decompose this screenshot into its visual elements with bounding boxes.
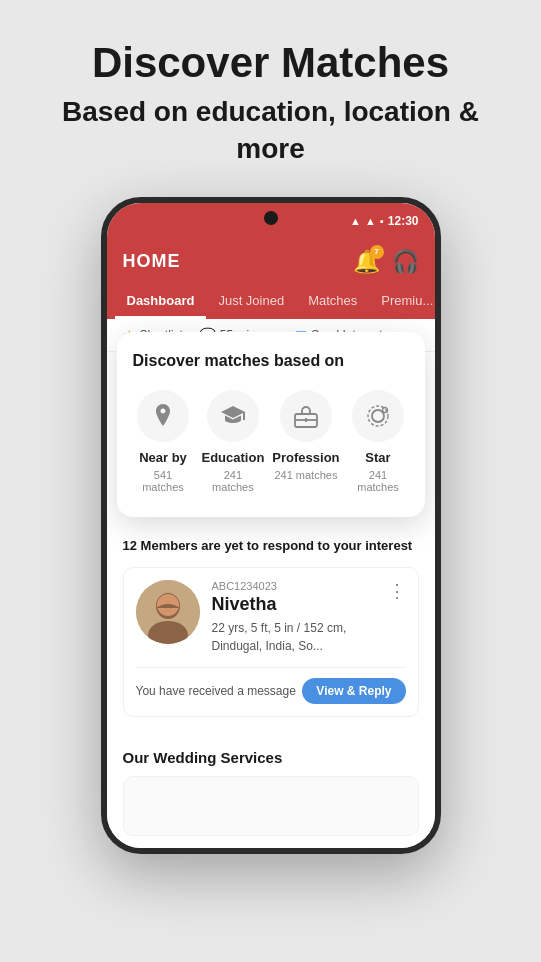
- app-title: HOME: [123, 251, 181, 272]
- match-type-star[interactable]: Star 241 matches: [348, 390, 409, 493]
- time-display: 12:30: [388, 214, 419, 228]
- education-label: Education: [201, 450, 264, 465]
- phone-frame: ▲ ▲ ▪ 12:30 HOME 🔔 7 🎧 Dashboard Just Jo…: [101, 197, 441, 854]
- tab-just-joined[interactable]: Just Joined: [206, 285, 296, 319]
- match-type-nearby[interactable]: Near by 541 matches: [133, 390, 194, 493]
- nearby-count: 541 matches: [133, 469, 194, 493]
- profile-name: Nivetha: [212, 594, 376, 615]
- message-text: You have received a message: [136, 684, 296, 698]
- members-title: 12 Members are yet to respond to your in…: [123, 537, 419, 555]
- profession-label: Profession: [272, 450, 339, 465]
- phone-wrapper: ▲ ▲ ▪ 12:30 HOME 🔔 7 🎧 Dashboard Just Jo…: [91, 197, 451, 854]
- svg-point-3: [372, 410, 384, 422]
- wifi-icon: ▲: [365, 215, 376, 227]
- signal-icon: ▲: [350, 215, 361, 227]
- headphone-icon[interactable]: 🎧: [392, 249, 419, 275]
- nav-tabs: Dashboard Just Joined Matches Premiu...: [107, 285, 435, 319]
- discover-card: Discover matches based on Near by 541 ma…: [117, 332, 425, 517]
- avatar: [136, 580, 200, 644]
- wedding-title: Our Wedding Services: [123, 749, 419, 766]
- status-right: ▲ ▲ ▪ 12:30: [350, 214, 418, 228]
- message-bar: You have received a message View & Reply: [136, 667, 406, 704]
- profile-card: ABC1234023 Nivetha 22 yrs, 5 ft, 5 in / …: [123, 567, 419, 717]
- notification-badge: 7: [370, 245, 384, 259]
- view-reply-button[interactable]: View & Reply: [302, 678, 405, 704]
- svg-point-4: [368, 406, 388, 426]
- profession-count: 241 matches: [274, 469, 337, 481]
- star-label: Star: [365, 450, 390, 465]
- match-type-profession[interactable]: Profession 241 matches: [272, 390, 339, 493]
- hero-title: Discover Matches: [30, 40, 511, 86]
- match-type-education[interactable]: Education 241 matches: [201, 390, 264, 493]
- more-menu-icon[interactable]: ⋮: [388, 580, 406, 602]
- bell-container[interactable]: 🔔 7: [353, 249, 380, 275]
- profile-header: ABC1234023 Nivetha 22 yrs, 5 ft, 5 in / …: [136, 580, 406, 655]
- hero-subtitle: Based on education, location & more: [30, 94, 511, 167]
- star-count: 241 matches: [348, 469, 409, 493]
- match-types: Near by 541 matches Education 241 matche…: [133, 390, 409, 493]
- members-section: 12 Members are yet to respond to your in…: [107, 525, 435, 729]
- status-bar: ▲ ▲ ▪ 12:30: [107, 203, 435, 239]
- star-match-icon: [352, 390, 404, 442]
- service-card[interactable]: [123, 776, 419, 836]
- nearby-icon: [137, 390, 189, 442]
- wedding-section: Our Wedding Services: [107, 737, 435, 848]
- discover-title: Discover matches based on: [133, 352, 409, 370]
- app-header: HOME 🔔 7 🎧: [107, 239, 435, 285]
- profile-info: ABC1234023 Nivetha 22 yrs, 5 ft, 5 in / …: [212, 580, 376, 655]
- battery-icon: ▪: [380, 215, 384, 227]
- education-icon: [207, 390, 259, 442]
- hero-section: Discover Matches Based on education, loc…: [0, 0, 541, 197]
- tab-dashboard[interactable]: Dashboard: [115, 285, 207, 319]
- header-icons: 🔔 7 🎧: [353, 249, 419, 275]
- education-count: 241 matches: [201, 469, 264, 493]
- profile-id: ABC1234023: [212, 580, 376, 592]
- camera-notch: [264, 211, 278, 225]
- tab-premium[interactable]: Premiu...: [369, 285, 440, 319]
- profile-details: 22 yrs, 5 ft, 5 in / 152 cm, Dindugal, I…: [212, 619, 376, 655]
- tab-matches[interactable]: Matches: [296, 285, 369, 319]
- nearby-label: Near by: [139, 450, 187, 465]
- profession-icon: [280, 390, 332, 442]
